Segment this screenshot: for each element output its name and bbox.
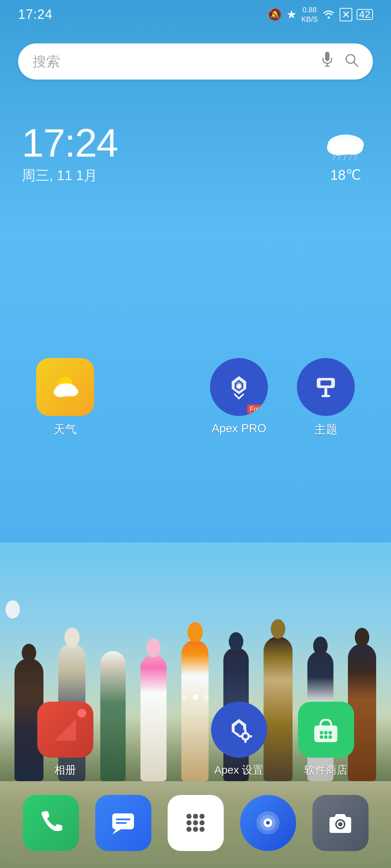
apex-pro-label: Apex PRO xyxy=(211,422,266,435)
app-row-1: 天气 Free Apex PRO 主题 xyxy=(0,358,391,438)
app-album[interactable]: 相册 xyxy=(37,702,93,778)
svg-line-11 xyxy=(349,155,351,160)
svg-point-40 xyxy=(186,814,192,819)
weather-app-label: 天气 xyxy=(54,422,77,438)
app-apex-settings[interactable]: Apex 设置 xyxy=(211,702,267,778)
svg-point-30 xyxy=(320,731,323,735)
page-dot-2[interactable] xyxy=(193,695,198,700)
svg-point-48 xyxy=(199,827,205,832)
dock-camera-main[interactable] xyxy=(240,795,296,851)
svg-rect-38 xyxy=(116,818,130,820)
spacer-1 xyxy=(109,358,196,438)
svg-rect-21 xyxy=(321,395,330,397)
clock-time: 17:24 xyxy=(22,123,118,163)
spacer-2 xyxy=(124,702,180,778)
svg-point-16 xyxy=(65,387,78,396)
svg-rect-25 xyxy=(244,730,247,733)
page-dot-3[interactable] xyxy=(204,695,209,700)
wifi-icon xyxy=(322,8,335,21)
search-icons xyxy=(321,52,358,71)
notification-icon: 🔕 xyxy=(268,8,282,21)
svg-point-47 xyxy=(193,827,198,832)
app-weather[interactable]: 天气 xyxy=(22,358,109,438)
bluetooth-icon: ★ xyxy=(286,8,297,21)
weather-widget: 18℃ xyxy=(322,130,369,183)
svg-point-42 xyxy=(199,814,205,819)
apex-settings-label: Apex 设置 xyxy=(214,763,264,778)
svg-marker-37 xyxy=(112,829,121,834)
search-bar[interactable]: 搜索 xyxy=(18,43,373,80)
svg-line-8 xyxy=(333,155,335,160)
dock-messages[interactable] xyxy=(95,795,151,851)
store-label: 软件商店 xyxy=(304,763,348,778)
svg-point-44 xyxy=(193,820,198,825)
svg-line-12 xyxy=(355,155,357,160)
dock-camera[interactable] xyxy=(312,795,369,851)
svg-point-52 xyxy=(266,821,270,825)
svg-point-55 xyxy=(338,822,342,826)
svg-rect-20 xyxy=(324,388,327,396)
album-label: 相册 xyxy=(54,763,76,778)
album-icon[interactable] xyxy=(37,702,93,758)
store-icon[interactable] xyxy=(298,702,354,758)
svg-line-4 xyxy=(354,62,358,66)
app-store[interactable]: 软件商店 xyxy=(298,702,354,778)
svg-rect-0 xyxy=(325,52,329,61)
app-theme[interactable]: 主题 xyxy=(282,358,369,438)
theme-app-icon[interactable] xyxy=(297,358,355,416)
weather-icon xyxy=(322,130,369,164)
dock xyxy=(0,785,391,861)
clock-widget: 17:24 周三, 11 1月 xyxy=(22,123,118,185)
app-apex-pro[interactable]: Free Apex PRO xyxy=(196,358,282,438)
svg-point-33 xyxy=(320,735,323,739)
svg-rect-26 xyxy=(244,740,247,743)
status-bar: 17:24 🔕 ★ 0.88 KB/S ✕ 42 xyxy=(0,0,391,29)
clock-date: 周三, 11 1月 xyxy=(22,166,118,185)
status-time: 17:24 xyxy=(18,7,52,22)
pre-dock-row: 相册 Apex 设置 xyxy=(0,702,391,778)
svg-rect-36 xyxy=(112,813,134,829)
page-dot-1[interactable] xyxy=(182,695,187,700)
apex-pro-icon[interactable]: Free xyxy=(210,358,268,416)
network-speed: 0.88 KB/S xyxy=(301,5,318,24)
close-icon: ✕ xyxy=(340,8,352,21)
page-dots xyxy=(0,695,391,700)
svg-point-34 xyxy=(324,735,328,739)
dock-launcher[interactable] xyxy=(168,795,224,851)
search-icon[interactable] xyxy=(345,52,358,71)
status-icons: 🔕 ★ 0.88 KB/S ✕ 42 xyxy=(268,5,373,24)
weather-temp: 18℃ xyxy=(330,167,361,183)
svg-point-24 xyxy=(243,734,248,739)
background-top xyxy=(0,0,391,579)
microphone-icon[interactable] xyxy=(321,52,334,71)
svg-point-41 xyxy=(193,814,198,819)
svg-point-31 xyxy=(324,731,328,735)
apex-settings-icon[interactable] xyxy=(211,702,267,758)
theme-app-label: 主题 xyxy=(314,422,337,438)
svg-point-46 xyxy=(186,827,192,832)
svg-rect-27 xyxy=(239,735,242,737)
battery-icon: 42 xyxy=(357,9,373,20)
svg-line-9 xyxy=(339,155,340,160)
svg-line-10 xyxy=(344,155,346,160)
dock-phone[interactable] xyxy=(23,795,79,851)
search-placeholder: 搜索 xyxy=(33,52,321,71)
svg-point-35 xyxy=(328,735,332,739)
svg-point-7 xyxy=(343,140,363,155)
svg-point-17 xyxy=(237,384,241,388)
svg-rect-28 xyxy=(249,735,252,737)
svg-point-32 xyxy=(328,731,332,735)
svg-point-43 xyxy=(186,820,192,825)
svg-rect-19 xyxy=(320,380,331,386)
svg-rect-39 xyxy=(116,822,127,824)
svg-point-45 xyxy=(199,820,205,825)
weather-app-icon[interactable] xyxy=(36,358,94,416)
free-badge: Free xyxy=(247,405,266,414)
